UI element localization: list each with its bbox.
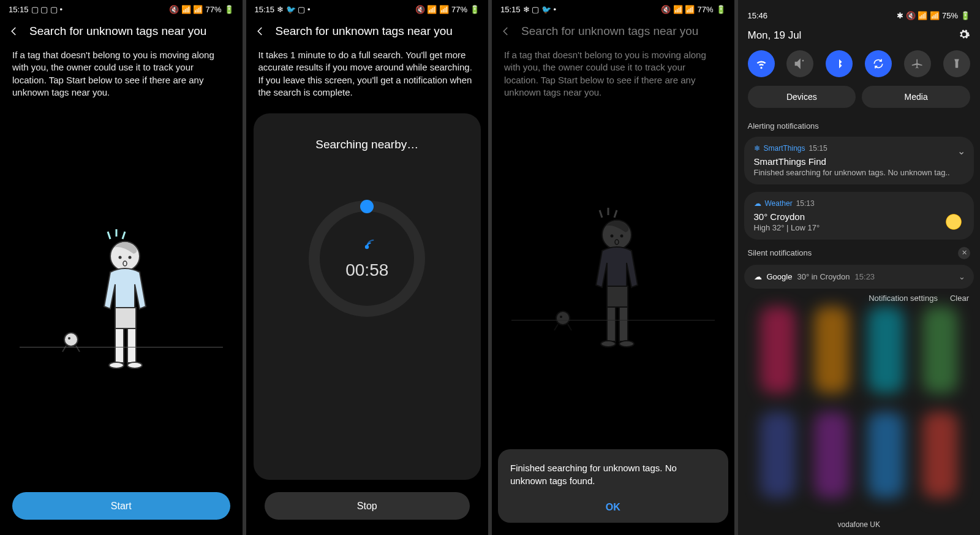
notif-body: 30° in Croydon	[797, 272, 850, 281]
back-button[interactable]	[255, 26, 266, 37]
devices-button[interactable]: Devices	[748, 86, 856, 108]
notif-time: 15:15	[809, 144, 827, 153]
description-text: If a tag that doesn't belong to you is m…	[0, 47, 243, 101]
svg-rect-8	[115, 328, 124, 363]
illustration	[0, 120, 243, 486]
back-button[interactable]	[9, 26, 20, 37]
carrier-label: vodafone UK	[738, 520, 981, 529]
google-notification[interactable]: ☁ Google 30° in Croydon 15:23 ⌄	[744, 265, 974, 289]
smartthings-icon: ❄	[754, 144, 760, 153]
status-bar: 15:15 ▢ ▢ ▢ • 🔇 📶 📶 77%🔋	[0, 0, 243, 18]
app-bar: Search for unknown tags near you	[492, 18, 734, 47]
chevron-down-icon[interactable]: ⌄	[957, 145, 965, 157]
app-bar: Search for unknown tags near you	[246, 18, 489, 47]
silent-header: Silent notifications	[748, 245, 812, 261]
app-bar: Search for unknown tags near you	[0, 18, 243, 47]
airplane-toggle[interactable]	[904, 50, 931, 77]
weather-icon: ☁	[754, 199, 761, 208]
screen-1-start: 15:15 ▢ ▢ ▢ • 🔇 📶 📶 77%🔋 Search for unkn…	[0, 0, 243, 535]
notif-app-name: SmartThings	[764, 144, 805, 153]
status-bar: 15:15 ❄ ▢ 🐦 • 🔇 📶 📶 77%🔋	[492, 0, 734, 18]
date-label: Mon, 19 Jul	[748, 29, 802, 42]
svg-line-2	[123, 232, 125, 239]
screen-4-notifications: 15:46 ✱ 🔇 📶 📶 75%🔋 Mon, 19 Jul Devices M…	[738, 0, 981, 535]
svg-point-19	[610, 235, 613, 238]
back-button[interactable]	[500, 26, 511, 37]
countdown-timer: 00:58	[345, 260, 388, 280]
toast-message: Finished searching for unknown tags. No …	[510, 461, 716, 487]
rotation-toggle[interactable]	[865, 50, 892, 77]
searching-status: Searching nearby…	[315, 138, 418, 151]
progress-ring: 00:58	[309, 200, 425, 317]
clock: 15:15	[9, 5, 29, 14]
svg-point-27	[556, 311, 570, 325]
notif-app-name: Weather	[765, 199, 793, 208]
svg-point-26	[619, 341, 634, 347]
settings-icon[interactable]	[958, 28, 970, 43]
radar-icon	[357, 237, 377, 257]
searching-card: Searching nearby… 00:58	[254, 113, 481, 480]
svg-rect-22	[607, 286, 628, 307]
svg-line-17	[614, 210, 617, 218]
svg-point-28	[560, 316, 562, 318]
battery-pct: 77%	[205, 5, 221, 14]
flashlight-toggle[interactable]	[943, 50, 970, 77]
notif-title: SmartThings Find	[754, 156, 965, 167]
smartthings-notification[interactable]: ❄ SmartThings 15:15 SmartThings Find Fin…	[744, 137, 974, 184]
notif-time: 15:13	[796, 199, 815, 208]
svg-point-13	[68, 337, 70, 340]
svg-rect-7	[115, 308, 136, 328]
media-button[interactable]: Media	[862, 86, 970, 108]
sun-icon	[944, 213, 963, 231]
svg-point-11	[127, 362, 142, 368]
notif-body: High 32° | Low 17°	[754, 223, 965, 232]
bluetooth-toggle[interactable]	[826, 50, 853, 77]
battery-pct: 77%	[451, 5, 467, 14]
svg-line-15	[600, 210, 602, 218]
wifi-toggle[interactable]	[748, 50, 775, 77]
clock: 15:46	[748, 11, 768, 20]
notif-title: 30° Croydon	[754, 211, 965, 222]
svg-rect-9	[127, 328, 136, 363]
dismiss-silent-button[interactable]: ✕	[958, 247, 970, 259]
clock: 15:15	[255, 5, 275, 14]
svg-rect-24	[619, 307, 628, 341]
result-toast: Finished searching for unknown tags. No …	[498, 449, 728, 523]
battery-pct: 77%	[697, 5, 713, 14]
svg-point-20	[620, 235, 623, 238]
svg-point-12	[64, 333, 78, 346]
stop-button[interactable]: Stop	[265, 492, 470, 520]
notif-time: 15:23	[855, 272, 875, 281]
clock: 15:15	[500, 5, 521, 14]
start-button[interactable]: Start	[12, 492, 230, 520]
notification-settings-link[interactable]: Notification settings	[869, 294, 938, 303]
sound-toggle[interactable]	[786, 50, 813, 77]
page-title: Search for unknown tags near you	[521, 25, 726, 38]
quick-toggles	[748, 50, 971, 86]
svg-point-5	[128, 256, 131, 259]
ok-button[interactable]: OK	[510, 496, 716, 519]
weather-notification[interactable]: ☁ Weather 15:13 30° Croydon High 32° | L…	[744, 192, 974, 240]
status-bar: 15:46 ✱ 🔇 📶 📶 75%🔋	[748, 6, 971, 25]
description-text: It takes 1 minute to do a full search. Y…	[246, 47, 489, 101]
description-text: If a tag that doesn't belong to you is m…	[492, 47, 734, 101]
svg-point-25	[601, 341, 616, 347]
svg-line-0	[108, 232, 110, 239]
battery-pct: 75%	[942, 11, 958, 20]
cloud-icon: ☁	[754, 272, 762, 281]
screen-3-result: 15:15 ❄ ▢ 🐦 • 🔇 📶 📶 77%🔋 Search for unkn…	[492, 0, 734, 535]
clear-button[interactable]: Clear	[950, 294, 969, 303]
progress-knob	[360, 200, 374, 213]
illustration	[492, 120, 734, 443]
notif-app-name: Google	[767, 272, 793, 281]
status-bar: 15:15 ❄ 🐦 ▢ • 🔇 📶 📶 77%🔋	[246, 0, 489, 18]
chevron-down-icon[interactable]: ⌄	[959, 272, 965, 281]
page-title: Search for unknown tags near you	[29, 25, 234, 38]
svg-point-4	[118, 256, 121, 259]
screen-2-searching: 15:15 ❄ 🐦 ▢ • 🔇 📶 📶 77%🔋 Search for unkn…	[246, 0, 489, 535]
svg-point-10	[109, 362, 124, 368]
page-title: Search for unknown tags near you	[276, 25, 480, 38]
svg-rect-23	[607, 307, 616, 341]
notif-body: Finished searching for unknown tags. No …	[754, 168, 965, 177]
alerting-header: Alerting notifications	[738, 118, 981, 134]
